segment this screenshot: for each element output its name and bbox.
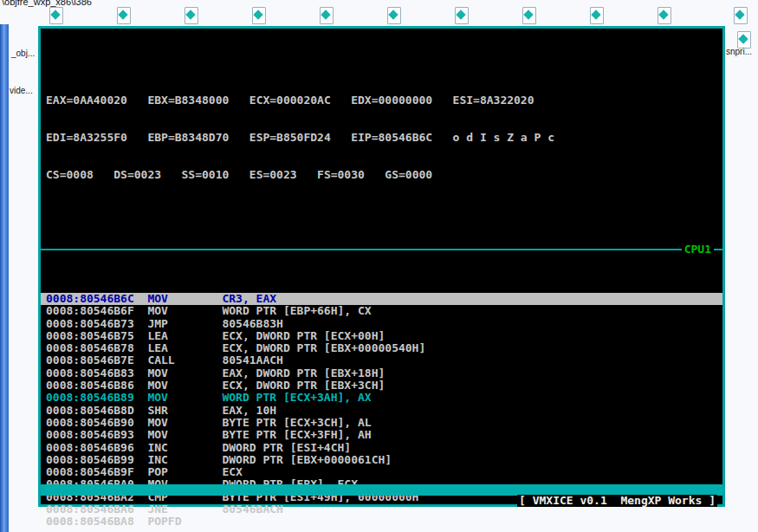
code-mnemonic: MOV <box>147 380 222 392</box>
code-line: 0008:80546B83MOVEAX, DWORD PTR [EBX+18H] <box>41 367 722 380</box>
code-line: 0008:80546B78LEAECX, DWORD PTR [EBX+0000… <box>41 342 722 354</box>
code-address: 0008:80546BA8 <box>46 516 147 528</box>
debugger-window: EAX=0AA40020 EBX=B8348000 ECX=000020AC E… <box>38 26 725 507</box>
window-border-strip <box>0 24 9 532</box>
code-address: 0008:80546B75 <box>46 330 147 342</box>
code-mnemonic: MOV <box>147 305 222 317</box>
code-line: 0008:80546B75LEAECX, DWORD PTR [ECX+00H] <box>41 330 722 342</box>
code-operands: DWORD PTR [EBX+0000061CH] <box>222 454 392 466</box>
desktop-icon-label[interactable]: _obj... <box>11 49 35 58</box>
code-operands: EAX, DWORD PTR [EBX+18H] <box>222 367 385 380</box>
code-operands: WORD PTR [EBP+66H], CX <box>222 305 371 317</box>
code-address: 0008:80546B78 <box>46 342 147 354</box>
register-line: EDI=8A3255F0 EBP=B8348D70 ESP=B850FD24 E… <box>41 132 722 144</box>
code-line: 0008:80546B73JMP80546B83H <box>41 318 722 330</box>
code-address: 0008:80546B7E <box>46 354 147 367</box>
separator-line <box>41 249 722 250</box>
code-operands: ECX, DWORD PTR [EBX+3CH] <box>222 380 385 392</box>
document-icon[interactable] <box>115 7 133 24</box>
code-operands: CR3, EAX <box>222 293 276 305</box>
document-icon[interactable] <box>735 31 753 49</box>
code-address: 0008:80546BA6 <box>46 503 147 516</box>
code-operands: ECX <box>222 466 242 478</box>
code-line: 0008:80546B6CMOVCR3, EAX <box>41 293 722 305</box>
document-icon[interactable] <box>385 7 403 24</box>
code-operands: 80546BACH <box>222 503 282 516</box>
code-address: 0008:80546B8D <box>46 405 147 417</box>
code-line: 0008:80546B93MOVBYTE PTR [ECX+3FH], AH <box>41 429 722 441</box>
code-address: 0008:80546B93 <box>46 429 147 441</box>
code-address: 0008:80546B99 <box>46 454 147 466</box>
cpu-separator: CPU1 <box>41 243 722 256</box>
register-line: CS=0008 DS=0023 SS=0010 ES=0023 FS=0030 … <box>41 169 722 181</box>
code-mnemonic: JNE <box>147 503 222 516</box>
document-icon[interactable] <box>48 7 65 24</box>
code-line: 0008:80546B9FPOPECX <box>41 466 722 478</box>
document-icon[interactable] <box>588 7 606 24</box>
document-icon[interactable] <box>453 7 470 24</box>
code-mnemonic: MOV <box>147 293 222 305</box>
code-address: 0008:80546B90 <box>46 417 147 429</box>
code-line: 0008:80546B96INCDWORD PTR [ESI+4CH] <box>41 442 722 454</box>
code-mnemonic: INC <box>147 442 222 454</box>
desktop-icon-label[interactable]: snpri... <box>726 47 752 56</box>
code-line: 0008:80546BA8POPFD <box>41 516 722 528</box>
document-icon[interactable] <box>656 7 673 24</box>
code-operands: ECX, DWORD PTR [EBX+00000540H] <box>222 342 425 354</box>
statusbar-text: [ VMXICE v0.1 MengXP Works ] <box>517 495 717 507</box>
code-mnemonic: LEA <box>147 342 222 354</box>
register-line: EAX=0AA40020 EBX=B8348000 ECX=000020AC E… <box>41 94 722 107</box>
document-icon[interactable] <box>183 7 200 24</box>
code-address: 0008:80546B83 <box>46 367 147 380</box>
code-mnemonic: SHR <box>147 405 222 417</box>
desktop-background: \objfre_wxp_x86\i386 _obj... vide... snp… <box>0 0 758 532</box>
code-address: 0008:80546B73 <box>46 318 147 330</box>
code-line: 0008:80546B89MOVWORD PTR [ECX+3AH], AX <box>41 392 722 404</box>
code-line: 0008:80546B8DSHREAX, 10H <box>41 405 722 417</box>
code-address: 0008:80546B89 <box>46 392 147 404</box>
code-line: 0008:80546B86MOVECX, DWORD PTR [EBX+3CH] <box>41 380 722 392</box>
code-operands: 80546B83H <box>222 318 282 330</box>
cpu-label: CPU1 <box>682 243 714 256</box>
code-operands: BYTE PTR [ECX+3CH], AL <box>222 417 371 429</box>
document-icon[interactable] <box>732 7 749 24</box>
code-operands: 80541AACH <box>222 354 282 367</box>
code-mnemonic: MOV <box>147 367 222 380</box>
code-operands: WORD PTR [ECX+3AH], AX <box>222 392 371 404</box>
code-address: 0008:80546B9F <box>46 466 147 478</box>
code-mnemonic: POP <box>147 466 222 478</box>
code-line: 0008:80546B7ECALL80541AACH <box>41 354 722 367</box>
document-icon[interactable] <box>250 7 268 24</box>
code-line: 0008:80546B99INCDWORD PTR [EBX+0000061CH… <box>41 454 722 466</box>
code-operands: EAX, 10H <box>222 405 276 417</box>
code-operands: ECX, DWORD PTR [ECX+00H] <box>222 330 385 342</box>
code-operands: BYTE PTR [ECX+3FH], AH <box>222 429 371 441</box>
code-mnemonic: CALL <box>147 354 222 367</box>
code-mnemonic: INC <box>147 454 222 466</box>
code-address: 0008:80546B6F <box>46 305 147 317</box>
code-mnemonic: JMP <box>147 318 222 330</box>
code-mnemonic: MOV <box>147 417 222 429</box>
code-operands: DWORD PTR [ESI+4CH] <box>222 442 351 454</box>
document-icon[interactable] <box>318 7 335 24</box>
code-line: 0008:80546B90MOVBYTE PTR [ECX+3CH], AL <box>41 417 722 429</box>
desktop-icon-label[interactable]: vide... <box>10 86 33 95</box>
register-pane: EAX=0AA40020 EBX=B8348000 ECX=000020AC E… <box>41 70 722 206</box>
code-address: 0008:80546B96 <box>46 442 147 454</box>
code-mnemonic: MOV <box>147 429 222 441</box>
code-address: 0008:80546B6C <box>46 293 147 305</box>
code-mnemonic: POPFD <box>147 516 222 528</box>
code-mnemonic: MOV <box>147 392 222 404</box>
code-address: 0008:80546B86 <box>46 380 147 392</box>
code-mnemonic: LEA <box>147 330 222 342</box>
document-icon[interactable] <box>521 7 538 24</box>
code-line: 0008:80546B6FMOVWORD PTR [EBP+66H], CX <box>41 305 722 317</box>
